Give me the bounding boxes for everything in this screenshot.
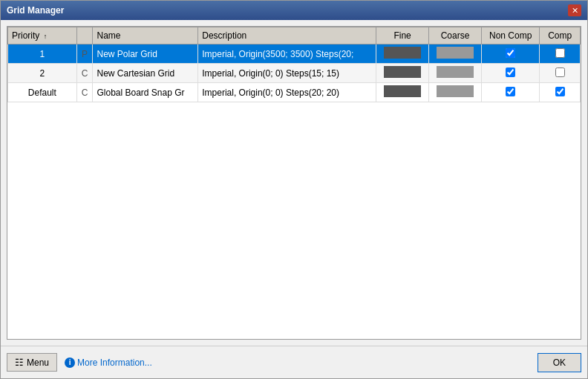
close-button[interactable]: ✕ bbox=[568, 4, 581, 16]
col-coarse[interactable]: Coarse bbox=[429, 27, 482, 45]
cell-non-comp[interactable] bbox=[481, 83, 540, 102]
col-name[interactable]: Name bbox=[93, 27, 198, 45]
non-comp-checkbox[interactable] bbox=[506, 87, 515, 96]
info-icon: i bbox=[65, 357, 75, 368]
cell-comp[interactable] bbox=[540, 45, 581, 64]
grid-manager-window: Grid Manager ✕ Priority ↑ Name bbox=[0, 0, 588, 379]
table-header-row: Priority ↑ Name Description Fine bbox=[8, 27, 581, 45]
cell-fine bbox=[376, 64, 429, 83]
col-non-comp[interactable]: Non Comp bbox=[481, 27, 540, 45]
menu-button[interactable]: ☷ Menu bbox=[7, 353, 57, 372]
table-row[interactable]: Default C Global Board Snap Gr Imperial,… bbox=[8, 83, 581, 102]
cell-coarse bbox=[429, 45, 482, 64]
sort-arrow-icon: ↑ bbox=[44, 33, 48, 40]
footer: ☷ Menu i More Information... OK bbox=[1, 346, 587, 378]
cell-priority: 1 bbox=[8, 45, 77, 64]
table-row[interactable]: 1 P New Polar Grid Imperial, Origin(3500… bbox=[8, 45, 581, 64]
title-bar: Grid Manager ✕ bbox=[1, 1, 587, 20]
cell-priority: Default bbox=[8, 83, 77, 102]
table-row[interactable]: 2 C New Cartesian Grid Imperial, Origin(… bbox=[8, 64, 581, 83]
col-priority[interactable]: Priority ↑ bbox=[8, 27, 77, 45]
menu-icon: ☷ bbox=[15, 357, 24, 368]
cell-non-comp[interactable] bbox=[481, 45, 540, 64]
cell-non-comp[interactable] bbox=[481, 64, 540, 83]
cell-type: C bbox=[76, 83, 93, 102]
cell-name: New Polar Grid bbox=[93, 45, 198, 64]
cell-comp[interactable] bbox=[540, 64, 581, 83]
cell-description: Imperial, Origin(0; 0) Steps(15; 15) bbox=[198, 64, 376, 83]
more-info-link[interactable]: i More Information... bbox=[65, 357, 152, 368]
ok-button[interactable]: OK bbox=[538, 353, 581, 372]
non-comp-checkbox[interactable] bbox=[506, 48, 515, 58]
cell-type: C bbox=[76, 64, 93, 83]
grid-table-container: Priority ↑ Name Description Fine bbox=[7, 26, 581, 340]
grid-table: Priority ↑ Name Description Fine bbox=[7, 27, 581, 102]
cell-coarse bbox=[429, 64, 482, 83]
comp-checkbox[interactable] bbox=[555, 48, 565, 58]
footer-left: ☷ Menu i More Information... bbox=[7, 353, 152, 372]
col-description[interactable]: Description bbox=[198, 27, 376, 45]
comp-checkbox[interactable] bbox=[555, 87, 565, 96]
non-comp-checkbox[interactable] bbox=[506, 67, 515, 77]
cell-coarse bbox=[429, 83, 482, 102]
window-title: Grid Manager bbox=[7, 5, 64, 16]
main-content: Priority ↑ Name Description Fine bbox=[1, 20, 587, 346]
cell-description: Imperial, Origin(3500; 3500) Steps(20; bbox=[198, 45, 376, 64]
cell-fine bbox=[376, 45, 429, 64]
cell-priority: 2 bbox=[8, 64, 77, 83]
cell-name: Global Board Snap Gr bbox=[93, 83, 198, 102]
cell-fine bbox=[376, 83, 429, 102]
cell-description: Imperial, Origin(0; 0) Steps(20; 20) bbox=[198, 83, 376, 102]
col-type[interactable] bbox=[76, 27, 93, 45]
cell-name: New Cartesian Grid bbox=[93, 64, 198, 83]
cell-comp[interactable] bbox=[540, 83, 581, 102]
cell-type: P bbox=[76, 45, 93, 64]
col-comp[interactable]: Comp bbox=[540, 27, 581, 45]
col-fine[interactable]: Fine bbox=[376, 27, 429, 45]
comp-checkbox[interactable] bbox=[555, 67, 565, 77]
